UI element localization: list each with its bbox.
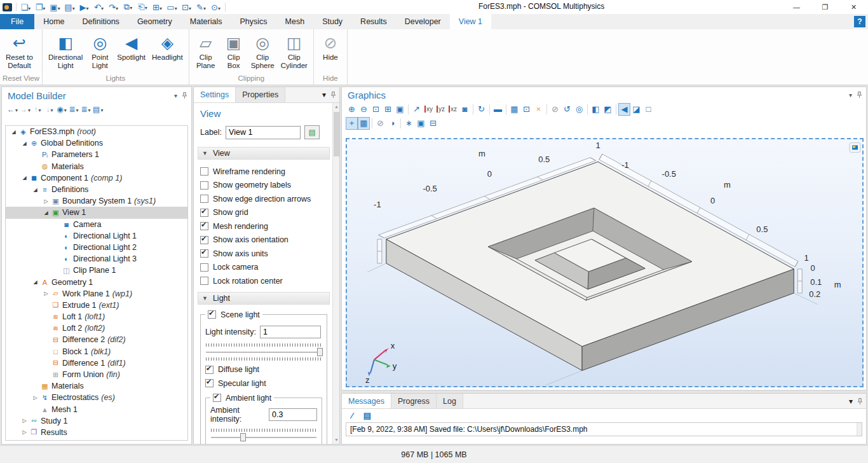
checkbox[interactable]: [213, 394, 221, 402]
messages-tab[interactable]: Messages✕: [342, 394, 391, 408]
pin-icon[interactable]: [330, 91, 336, 99]
image-snapshot-icon[interactable]: ▦▾: [508, 103, 520, 116]
zoom-to-selection-icon[interactable]: ▣▾: [394, 103, 406, 116]
tree-item[interactable]: ▷ ▱ Work Plane 1 (wp1): [6, 288, 187, 300]
light-section-header[interactable]: ▼ Light: [198, 292, 330, 305]
tree-expander-icon[interactable]: ◢: [20, 141, 29, 146]
environment-reflections-icon[interactable]: ∗▾: [403, 117, 415, 130]
move-up-icon[interactable]: ↑▾: [32, 105, 43, 114]
show-grid-icon[interactable]: ▦▾: [358, 117, 370, 130]
checkbox[interactable]: [200, 181, 208, 190]
find-icon[interactable]: ⊙▾: [210, 3, 221, 12]
clip-plane-button[interactable]: ▱Clip Plane: [192, 31, 220, 70]
minimize-button[interactable]: —: [782, 0, 811, 14]
tree-item[interactable]: ◐ Directional Light 3: [6, 253, 187, 265]
ribbon-tab[interactable]: View 1: [450, 14, 491, 29]
view-hidden-icon[interactable]: ◎▾: [573, 103, 585, 116]
checkbox[interactable]: [200, 167, 208, 176]
pin-icon[interactable]: [182, 92, 187, 99]
checkbox[interactable]: [205, 366, 214, 374]
rotate-icon[interactable]: ↻▾: [475, 103, 487, 116]
canvas-context-widget-icon[interactable]: [850, 142, 860, 152]
hide-objects-icon[interactable]: ⊘▾: [549, 103, 561, 116]
tree-expander-icon[interactable]: ▷: [20, 418, 29, 424]
tree-item[interactable]: ◢ ◈ ForES3.mph (root): [6, 126, 187, 137]
settings-checkbox-row[interactable]: Wireframe rendering: [200, 165, 327, 179]
move-down-icon[interactable]: ↓▾: [44, 105, 55, 114]
tree-item[interactable]: ⊟ Difference 1 (dif1): [6, 357, 187, 369]
checkbox[interactable]: [200, 209, 208, 217]
ribbon-tab[interactable]: Home: [34, 14, 73, 29]
reset-hiding-icon[interactable]: ↺▾: [561, 103, 573, 116]
checkbox[interactable]: [200, 195, 208, 203]
duplicate-icon[interactable]: ⊞▾: [152, 3, 163, 12]
diffuse-light-row[interactable]: Diffuse light: [205, 363, 322, 377]
delete-icon[interactable]: ▭▾: [166, 3, 177, 12]
color-theme-icon[interactable]: ◑▾: [386, 117, 398, 130]
tree-item[interactable]: ◢ ⊕ Global Definitions: [6, 137, 187, 149]
panel-menu-icon[interactable]: ▾: [174, 92, 177, 99]
open-icon[interactable]: ❐▾: [35, 3, 46, 12]
zoom-extents-icon[interactable]: ⊞▾: [382, 103, 394, 116]
clip-view-icon[interactable]: ◩▾: [602, 103, 614, 116]
specular-light-row[interactable]: Specular light: [205, 377, 322, 390]
tree-expander-icon[interactable]: ▷: [31, 395, 39, 401]
checkbox[interactable]: [208, 310, 216, 319]
settings-checkbox-row[interactable]: Show grid: [200, 206, 327, 220]
tree-expander-icon[interactable]: ◢: [20, 175, 29, 181]
slider-thumb[interactable]: [240, 433, 246, 441]
model-tree-node-text-icon[interactable]: ▤▾: [93, 105, 103, 114]
copy-icon[interactable]: ⧉▾: [123, 2, 133, 12]
tree-expander-icon[interactable]: ◢: [42, 210, 50, 216]
ribbon-tab[interactable]: File: [0, 14, 34, 29]
tree-item[interactable]: ◢ ≡ Definitions: [6, 184, 187, 195]
settings-checkbox-row[interactable]: Show axis units: [200, 247, 327, 261]
app-logo[interactable]: [3, 3, 12, 11]
tree-expander-icon[interactable]: ◢: [10, 129, 18, 135]
graphics-canvas[interactable]: -1 -0.5 0 0.5 1 m -1 -0.5 0 0.5 1 m 0 0.…: [346, 138, 864, 387]
tree-item[interactable]: ◐ Directional Light 2: [6, 242, 187, 253]
expand-all-icon[interactable]: ≣▾: [81, 105, 91, 114]
tree-item[interactable]: ▷ ∾ Study 1: [6, 415, 187, 427]
settings-checkbox-row[interactable]: Mesh rendering: [200, 219, 327, 233]
settings-checkbox-row[interactable]: Show geometry labels: [200, 179, 327, 193]
panel-menu-icon[interactable]: ▾: [322, 90, 326, 99]
tree-item[interactable]: ≋ Loft 1 (loft1): [6, 311, 187, 322]
view-xy-icon[interactable]: xy▾: [423, 103, 435, 116]
tree-item[interactable]: ◫ Clip Plane 1: [6, 265, 187, 276]
tree-item[interactable]: ◐ Directional Light 1: [6, 230, 187, 242]
settings-checkbox-row[interactable]: Lock rotation center: [200, 274, 327, 288]
settings-checkbox-row[interactable]: Show edge direction arrows: [200, 192, 327, 206]
help-button[interactable]: ?: [854, 16, 865, 27]
checkbox[interactable]: [200, 249, 208, 258]
select-box-icon[interactable]: ⊡▾: [520, 103, 532, 116]
run-icon[interactable]: ▶▾: [79, 3, 90, 12]
wireframe-box-icon[interactable]: □▾: [642, 103, 654, 116]
redo-icon[interactable]: ↷▾: [108, 3, 119, 12]
hide-button[interactable]: ⊘Hide: [316, 31, 344, 62]
point-light-button[interactable]: ◎Point Light: [86, 31, 114, 70]
transparency-icon[interactable]: ◧▾: [590, 103, 602, 116]
scene-appearance-icon[interactable]: ▬▾: [492, 103, 504, 116]
light-intensity-slider[interactable]: [206, 348, 322, 356]
select-box-icon[interactable]: ⊡▾: [181, 3, 192, 12]
zoom-box-icon[interactable]: ⊡▾: [370, 103, 382, 116]
view-yz-icon[interactable]: yz▾: [435, 103, 447, 116]
paste-icon[interactable]: ⎗▾: [137, 2, 148, 12]
tree-item[interactable]: ◢ A Geometry 1: [6, 276, 187, 287]
go-forward-icon[interactable]: →▾: [20, 105, 31, 114]
ribbon-tab[interactable]: Developer: [396, 14, 450, 29]
ribbon-tab[interactable]: Geometry: [128, 14, 181, 29]
tree-item[interactable]: □ Block 1 (blk1): [6, 346, 187, 357]
tree-item[interactable]: ⊟ Difference 2 (dif2): [6, 334, 187, 345]
snapshot-camera-icon[interactable]: ▣▾: [415, 117, 427, 130]
checkbox[interactable]: [200, 263, 208, 272]
tree-item[interactable]: ▲ Mesh 1: [6, 404, 187, 415]
show-axis-orientation-icon[interactable]: +▾: [346, 117, 358, 130]
pin-icon[interactable]: [857, 397, 863, 405]
directional-light-button[interactable]: ◧Directional Light: [45, 31, 86, 70]
pin-icon[interactable]: [857, 91, 862, 99]
tree-item[interactable]: ▷ ↯ Electrostatics (es): [6, 392, 187, 403]
spotlight-button[interactable]: ◀Spotlight: [114, 31, 149, 62]
panel-menu-icon[interactable]: ▾: [849, 397, 853, 406]
